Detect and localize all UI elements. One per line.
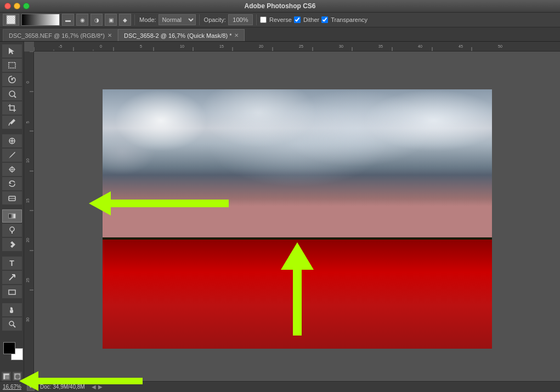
tool-btn-clone[interactable]	[2, 163, 22, 176]
transparency-group: Transparency	[321, 16, 367, 23]
svg-point-18	[10, 227, 14, 231]
svg-text:25: 25	[299, 44, 303, 48]
cloud-layer	[103, 89, 492, 245]
title-bar: Adobe Photoshop CS6	[0, 0, 560, 12]
separator-1	[134, 14, 135, 25]
dither-checkbox[interactable]	[294, 16, 301, 23]
radial-gradient-btn[interactable]: ◉	[76, 14, 88, 26]
reflected-gradient-btn[interactable]: ▣	[105, 14, 117, 26]
standard-mode-btn[interactable]	[2, 372, 11, 381]
separator-2	[199, 14, 200, 25]
diamond-gradient-btn[interactable]: ◆	[119, 14, 131, 26]
status-nav-right[interactable]: ▶	[97, 384, 104, 390]
tool-btn-zoom[interactable]	[2, 317, 22, 331]
tool-btn-spot-heal[interactable]	[2, 134, 22, 147]
svg-marker-5	[9, 48, 14, 54]
minimize-button[interactable]	[14, 3, 20, 9]
svg-line-8	[14, 96, 16, 98]
maximize-button[interactable]	[23, 3, 30, 9]
tool-btn-quick-select[interactable]	[2, 87, 22, 100]
tool-btn-pen[interactable]	[2, 238, 22, 251]
tab-close-2[interactable]: ✕	[234, 32, 239, 38]
dither-label: Dither	[303, 16, 319, 23]
tool-preset-icon[interactable]	[3, 14, 19, 26]
transparency-label: Transparency	[331, 16, 367, 23]
tool-spacer-3	[0, 252, 24, 255]
svg-text:15: 15	[219, 44, 224, 48]
tool-spacer-4	[0, 299, 24, 303]
linear-gradient-btn[interactable]: ▬	[62, 14, 74, 26]
arrow-shaft-left	[111, 200, 229, 207]
svg-rect-20	[9, 290, 15, 294]
svg-text:5: 5	[26, 121, 30, 123]
svg-text:0: 0	[26, 81, 30, 83]
zoom-level[interactable]: 16,67%	[3, 384, 21, 390]
sky-portion	[103, 89, 492, 245]
mask-mode-group	[2, 372, 22, 381]
app-title: Adobe Photoshop CS6	[245, 2, 316, 10]
svg-rect-17	[9, 214, 15, 218]
quick-mask-btn[interactable]	[13, 372, 22, 381]
svg-text:30: 30	[339, 44, 343, 48]
svg-text:45: 45	[459, 44, 463, 48]
foreground-color-swatch[interactable]	[3, 342, 15, 354]
svg-text:25: 25	[26, 278, 30, 282]
angle-gradient-btn[interactable]: ◑	[90, 14, 103, 26]
tabs-bar: DSC_3658.NEF @ 16,7% (RGB/8*) ✕ DSC_3658…	[0, 27, 560, 42]
tool-btn-crop[interactable]	[2, 101, 22, 115]
tool-btn-shape[interactable]	[2, 285, 22, 298]
reverse-label: Reverse	[269, 16, 292, 23]
separator-3	[256, 14, 257, 25]
doc-label: Doc:	[40, 384, 53, 390]
tool-btn-dodge[interactable]	[2, 224, 22, 237]
tab-label-2: DSC_3658-2 @ 16,7% (Quick Mask/8) *	[124, 32, 231, 39]
mode-label: Mode:	[139, 16, 156, 23]
close-button[interactable]	[4, 3, 11, 9]
svg-text:0: 0	[100, 44, 102, 48]
svg-rect-6	[9, 63, 15, 68]
status-nav: ◀ ▶	[90, 384, 104, 390]
svg-text:20: 20	[259, 44, 263, 48]
status-nav-left[interactable]: ◀	[90, 384, 97, 390]
gradient-preview[interactable]	[21, 14, 60, 26]
svg-rect-24	[5, 376, 9, 379]
transparency-checkbox[interactable]	[321, 16, 328, 23]
tool-btn-gradient[interactable]	[2, 209, 22, 223]
svg-point-21	[9, 321, 14, 326]
tool-btn-path-select[interactable]	[2, 271, 22, 284]
window-controls[interactable]	[4, 3, 30, 9]
reverse-checkbox[interactable]	[260, 16, 267, 23]
tool-btn-eyedropper[interactable]	[2, 116, 22, 129]
dither-group: Dither	[294, 16, 319, 23]
opacity-label: Opacity:	[204, 16, 226, 23]
tool-spacer-7	[0, 361, 24, 365]
main-area: T	[0, 42, 560, 381]
svg-text:10: 10	[26, 158, 30, 163]
svg-text:15: 15	[26, 198, 30, 203]
tool-btn-eraser[interactable]	[2, 191, 22, 204]
opacity-input[interactable]	[228, 14, 253, 25]
tab-close-1[interactable]: ✕	[108, 32, 112, 38]
svg-point-7	[9, 91, 15, 96]
tool-btn-type[interactable]: T	[2, 257, 22, 270]
tool-btn-lasso[interactable]	[2, 73, 22, 86]
status-icon-arrow[interactable]	[27, 383, 35, 391]
svg-rect-0	[7, 15, 15, 24]
tool-btn-move[interactable]	[2, 44, 22, 58]
tool-btn-marquee-rect[interactable]	[2, 59, 22, 72]
tab-dsc3658-2[interactable]: DSC_3658-2 @ 16,7% (Quick Mask/8) * ✕	[118, 29, 245, 41]
fg-bg-colors	[3, 342, 23, 360]
tab-label-1: DSC_3658.NEF @ 16,7% (RGB/8*)	[9, 32, 105, 39]
doc-value: 34,9M/40,8M	[53, 384, 84, 390]
tool-spacer-8	[0, 366, 24, 369]
tool-btn-brush[interactable]	[2, 149, 22, 162]
svg-text:30: 30	[26, 317, 30, 322]
image-canvas	[34, 52, 560, 381]
tool-btn-hand[interactable]	[2, 303, 22, 316]
tool-spacer-6	[0, 336, 24, 339]
mode-select[interactable]: Normal Dissolve Multiply Screen Overlay	[159, 14, 196, 25]
svg-line-22	[13, 325, 15, 327]
arrow-shaft-up	[293, 270, 302, 336]
tab-dsc3658[interactable]: DSC_3658.NEF @ 16,7% (RGB/8*) ✕	[3, 29, 118, 41]
tool-btn-history-brush[interactable]	[2, 177, 22, 190]
